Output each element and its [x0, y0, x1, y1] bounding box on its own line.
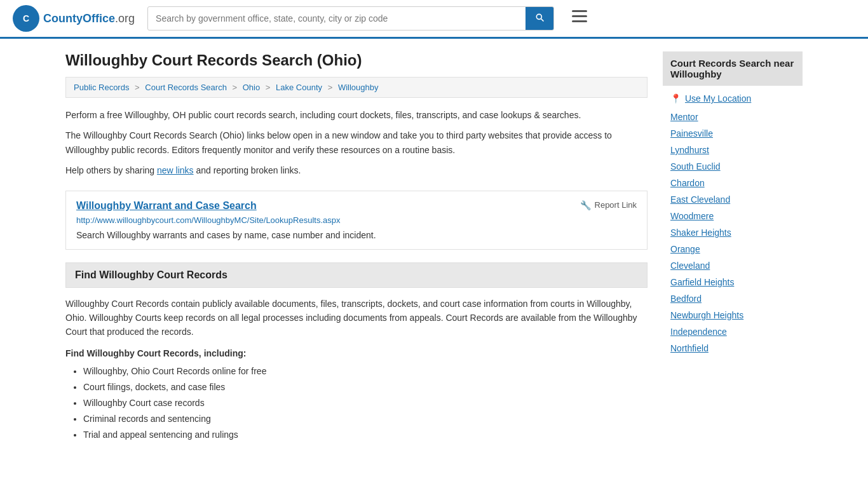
- search-bar: [147, 6, 554, 30]
- breadcrumb-willoughby[interactable]: Willoughby: [338, 83, 379, 92]
- page-title: Willoughby Court Records Search (Ohio): [65, 51, 648, 69]
- intro-paragraph-2: The Willoughby Court Records Search (Ohi…: [65, 128, 648, 157]
- breadcrumb-sep-3: >: [266, 83, 271, 92]
- sidebar-link[interactable]: Shaker Heights: [663, 224, 803, 241]
- share-suffix: and reporting broken links.: [194, 165, 301, 175]
- wrench-icon: 🔧: [580, 200, 591, 210]
- sidebar-link[interactable]: Newburgh Heights: [663, 307, 803, 323]
- breadcrumb-lake-county[interactable]: Lake County: [276, 83, 322, 92]
- sidebar: Court Records Search near Willoughby 📍 U…: [663, 51, 803, 444]
- sidebar-link[interactable]: South Euclid: [663, 158, 803, 175]
- list-item: Criminal records and sentencing: [83, 411, 648, 427]
- main-wrapper: Willoughby Court Records Search (Ohio) P…: [53, 39, 815, 456]
- logo-text: CountyOffice.org: [43, 12, 135, 25]
- breadcrumb-public-records[interactable]: Public Records: [74, 83, 129, 92]
- list-item: Trial and appeal sentencing and rulings: [83, 427, 648, 443]
- share-prefix: Help others by sharing: [65, 165, 157, 175]
- list-item: Willoughby, Ohio Court Records online fo…: [83, 363, 648, 379]
- sidebar-links: MentorPainesvilleLyndhurstSouth EuclidCh…: [663, 109, 803, 356]
- sidebar-link[interactable]: Bedford: [663, 290, 803, 307]
- section-sub-header: Find Willoughby Court Records, including…: [65, 348, 648, 358]
- svg-rect-4: [572, 20, 587, 22]
- svg-text:C: C: [23, 13, 29, 24]
- sidebar-link[interactable]: Cleveland: [663, 257, 803, 274]
- menu-button[interactable]: [567, 8, 592, 29]
- search-input[interactable]: [148, 8, 526, 29]
- report-link-button[interactable]: 🔧 Report Link: [580, 200, 637, 210]
- new-links-link[interactable]: new links: [157, 165, 194, 175]
- list-item: Willoughby Court case records: [83, 395, 648, 411]
- list-item: Court filings, dockets, and case files: [83, 379, 648, 395]
- sidebar-title: Court Records Search near Willoughby: [663, 51, 803, 86]
- sidebar-link[interactable]: East Cleveland: [663, 191, 803, 208]
- sidebar-link[interactable]: Woodmere: [663, 208, 803, 224]
- intro-paragraph-1: Perform a free Willoughby, OH public cou…: [65, 108, 648, 122]
- link-description: Search Willoughby warrants and cases by …: [76, 230, 637, 240]
- sidebar-link[interactable]: Lyndhurst: [663, 142, 803, 158]
- pin-icon: 📍: [670, 93, 681, 104]
- sidebar-link[interactable]: Garfield Heights: [663, 274, 803, 290]
- breadcrumb: Public Records > Court Records Search > …: [65, 77, 648, 98]
- section-list: Willoughby, Ohio Court Records online fo…: [65, 363, 648, 444]
- search-button[interactable]: [526, 7, 553, 30]
- sidebar-link[interactable]: Independence: [663, 323, 803, 340]
- content-area: Willoughby Court Records Search (Ohio) P…: [65, 51, 648, 444]
- report-link-label: Report Link: [595, 200, 637, 210]
- svg-rect-3: [572, 15, 587, 17]
- sidebar-link[interactable]: Chardon: [663, 175, 803, 191]
- breadcrumb-sep-4: >: [328, 83, 333, 92]
- section-body: Willoughby Court Records contain publicl…: [65, 297, 648, 339]
- sidebar-link[interactable]: Orange: [663, 241, 803, 257]
- breadcrumb-ohio[interactable]: Ohio: [243, 83, 260, 92]
- link-card: 🔧 Report Link Willoughby Warrant and Cas…: [65, 191, 648, 250]
- sidebar-link[interactable]: Painesville: [663, 125, 803, 142]
- link-url[interactable]: http://www.willoughbycourt.com/Willoughb…: [76, 215, 637, 225]
- breadcrumb-court-records-search[interactable]: Court Records Search: [145, 83, 227, 92]
- sidebar-link[interactable]: Mentor: [663, 109, 803, 125]
- breadcrumb-sep-2: >: [233, 83, 238, 92]
- logo-icon: C: [13, 5, 39, 32]
- breadcrumb-sep-1: >: [135, 83, 140, 92]
- sidebar-link[interactable]: Northfield: [663, 340, 803, 356]
- svg-rect-2: [572, 10, 587, 12]
- use-location-button[interactable]: 📍 Use My Location: [663, 88, 803, 109]
- use-location-label: Use My Location: [685, 93, 751, 104]
- header: C CountyOffice.org: [0, 0, 868, 39]
- share-text: Help others by sharing new links and rep…: [65, 163, 648, 177]
- section-header: Find Willoughby Court Records: [65, 262, 648, 288]
- link-card-title[interactable]: Willoughby Warrant and Case Search: [76, 200, 257, 212]
- logo[interactable]: C CountyOffice.org: [13, 5, 135, 32]
